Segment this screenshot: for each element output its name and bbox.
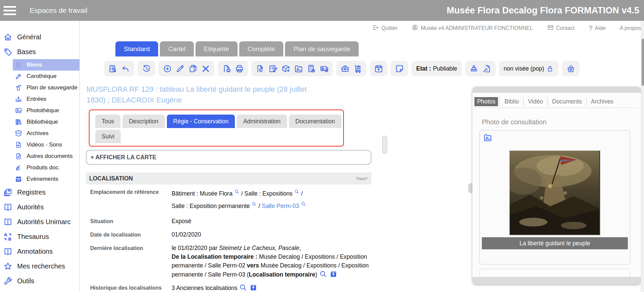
toolbar-edit-button[interactable] (174, 62, 186, 75)
quit-link[interactable]: Quitter (372, 24, 397, 32)
toolbar-calendar-add-button[interactable] (373, 62, 384, 75)
toolbar-add-button[interactable] (162, 62, 173, 75)
media-tab-documents[interactable]: Documents (547, 97, 586, 106)
field-value: Bâtiment : Musée Flora / Salle : Exposit… (172, 187, 373, 212)
sidebar-item-biens[interactable]: ♘Biens (13, 59, 79, 71)
sidebar-item-thesaurus[interactable]: ABThesaurus (0, 229, 79, 244)
toolbar-printer-button[interactable] (234, 62, 245, 75)
toolbar-file-attach-button[interactable] (254, 62, 266, 75)
sidebar-item-label: Entrées (27, 96, 46, 102)
wrench-icon (3, 277, 12, 286)
sidebar-item-label: Général (17, 33, 41, 41)
toolbar-folder-image-button[interactable] (293, 62, 304, 75)
toolbar-calculator-coin-button[interactable] (306, 62, 317, 75)
visa-chip[interactable]: non visée (pop) (499, 61, 559, 76)
view-tab-compl-te[interactable]: Complète (239, 41, 283, 56)
section-tab-documentation[interactable]: Documentation (289, 115, 342, 128)
section-tab-administration[interactable]: Administration (237, 115, 287, 128)
vertical-scrollbar[interactable] (641, 21, 644, 292)
sidebar-item-biblioth-que[interactable]: Bibliothèque (0, 116, 79, 128)
media-tab-vid-o[interactable]: Vidéo (523, 97, 547, 106)
toolbar-history-button[interactable] (141, 62, 152, 75)
media-tab-biblio[interactable]: Biblio (500, 97, 523, 106)
search-lg-icon[interactable] (239, 283, 247, 292)
book-open-icon (3, 217, 12, 226)
help-link[interactable]: ? Aide (589, 25, 606, 32)
toolbar-copy-button[interactable] (187, 62, 199, 75)
sidebar-item-outils[interactable]: Outils (0, 274, 79, 288)
search-sup-icon[interactable] (294, 187, 299, 200)
books-icon (15, 118, 22, 126)
sidebar-item-autres-documents[interactable]: Autres documents (0, 151, 79, 162)
toolbar-group (158, 61, 214, 76)
section-tab-suivi[interactable]: Suivi (95, 130, 121, 143)
about-link[interactable]: A propos (620, 25, 641, 31)
toolbar-undo-button[interactable] (120, 62, 131, 75)
sidebar-item-registres[interactable]: Registres (0, 185, 79, 200)
search-sup-icon[interactable] (234, 187, 240, 200)
toolbar-trolley-button[interactable] (352, 62, 363, 75)
search-sup-icon[interactable] (301, 200, 306, 212)
sidebar-item-annotations[interactable]: Annotations (0, 244, 79, 259)
user-account-link[interactable]: Musée v4 ADMINISTRATEUR FONCTIONNEL (412, 24, 533, 32)
toolbar-stamp-button[interactable] (468, 62, 480, 75)
search-sup-icon[interactable] (251, 200, 257, 212)
painting-image[interactable] (509, 151, 600, 235)
toolbar-file-print-button[interactable] (221, 62, 232, 75)
toolbar-magic-file-button[interactable] (481, 62, 493, 75)
hamburger-menu-icon[interactable] (3, 5, 17, 16)
toolbar-list-search-button[interactable] (107, 62, 118, 75)
scrollbar-thumb[interactable] (642, 39, 644, 86)
view-tab-standard[interactable]: Standard (115, 41, 158, 56)
contact-link[interactable]: Contact (547, 24, 575, 32)
location-link[interactable]: Salle Perm-03 (262, 203, 299, 209)
toolbar-toolbox-button[interactable] (339, 62, 351, 75)
sidebar-item-caroth-que[interactable]: Carothèque (0, 71, 79, 82)
sidebar-item-entr-es[interactable]: Entrées (0, 93, 79, 105)
sidebar-item-autorit-s[interactable]: Autorités (0, 200, 79, 214)
section-tab-tous[interactable]: Tous (95, 115, 120, 128)
back-to-top-link[interactable]: ^haut^ (355, 176, 368, 181)
knight-icon: ♘ (15, 61, 22, 69)
toolbar-basket-button[interactable] (565, 62, 576, 75)
toolbar-delete-button[interactable] (200, 62, 211, 75)
section-tab-description[interactable]: Description (122, 115, 165, 128)
section-tab-r-gie-conservation[interactable]: Régie - Conservation (167, 115, 235, 128)
view-tab-plan-de-sauvegarde[interactable]: Plan de sauvegarde (285, 41, 359, 56)
panel-splitter-handle[interactable] (382, 136, 387, 154)
media-tab-archives[interactable]: Archives (586, 97, 618, 106)
painting-artwork (510, 151, 599, 234)
user-icon (412, 24, 418, 32)
sidebar-item-vid-os-sons[interactable]: Vidéos - Sons (0, 139, 79, 151)
sidebar-item-ev-nements[interactable]: Evènements (0, 173, 79, 185)
sidebar-item-g-n-ral[interactable]: Général (0, 30, 79, 44)
toolbar-note-button[interactable] (394, 62, 405, 75)
toolbar-box-export-button[interactable] (280, 62, 291, 75)
window-up-icon[interactable] (327, 270, 337, 279)
toolbar-card-add-button[interactable] (318, 62, 330, 75)
sidebar-item-phototh-que[interactable]: Photothèque (0, 105, 79, 116)
toolbar-list-edit-button[interactable] (267, 62, 279, 75)
folder-image-icon[interactable] (483, 133, 492, 142)
toolbar-group (370, 61, 387, 76)
window-up-icon[interactable] (247, 284, 257, 292)
view-tab-cartel[interactable]: Cartel (160, 41, 194, 56)
media-tab-photos[interactable]: Photos (474, 97, 498, 106)
sidebar-item-autorit-s-unimarc[interactable]: Autorités Unimarc (0, 214, 79, 229)
localisation-section-header: LOCALISATION ^haut^ (86, 172, 371, 184)
section-tabs-row-2: Suivi (95, 130, 343, 143)
sidebar-item-label: Archives (27, 130, 48, 137)
section-tabs-highlight-box: TousDescriptionRégie - ConservationAdmin… (89, 110, 344, 147)
sidebar-item-label: Photothèque (27, 107, 59, 114)
toolbar: Etat : Publiablenon visée (pop) (104, 61, 579, 76)
sidebar-item-label: Plan de sauvegarde (27, 84, 77, 91)
sidebar-item-plan-de-sauvegarde[interactable]: Plan de sauvegarde (0, 82, 79, 93)
search-lg-icon[interactable] (319, 270, 327, 279)
sidebar-item-mes-recherches[interactable]: Mes recherches (0, 259, 79, 274)
show-map-toggle[interactable]: + AFFICHER LA CARTE (86, 150, 371, 165)
view-tab-etiquette[interactable]: Etiquette (195, 41, 238, 56)
sidebar-item-archives[interactable]: Archives (0, 128, 79, 139)
sidebar-item-produits-doc-[interactable]: Produits doc. (0, 162, 79, 173)
etat-chip[interactable]: Etat : Publiable (412, 61, 462, 76)
sidebar-item-bases[interactable]: Bases (0, 44, 79, 59)
